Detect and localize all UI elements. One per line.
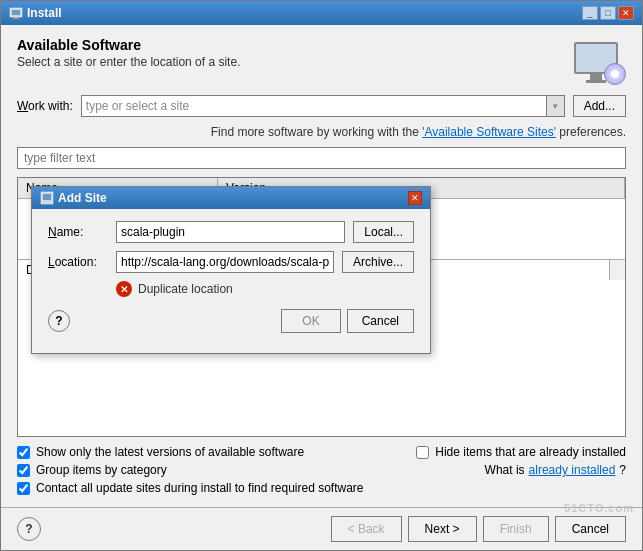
close-button[interactable]: ✕	[618, 6, 634, 20]
show-latest-checkbox[interactable]	[17, 446, 30, 459]
maximize-button[interactable]: □	[600, 6, 616, 20]
finish-button[interactable]: Finish	[483, 516, 549, 542]
help-button[interactable]: ?	[17, 517, 41, 541]
dialog-help-button[interactable]: ?	[48, 310, 70, 332]
available-software-sites-link[interactable]: 'Available Software Sites'	[422, 125, 556, 139]
group-items-checkbox[interactable]	[17, 464, 30, 477]
minimize-button[interactable]: _	[582, 6, 598, 20]
hide-installed-label: Hide items that are already installed	[435, 445, 626, 459]
window-title: Install	[27, 6, 62, 20]
next-button[interactable]: Next >	[408, 516, 477, 542]
dialog-title-text: Add Site	[58, 191, 107, 205]
already-installed-suffix: ?	[619, 463, 626, 477]
contact-update-label: Contact all update sites during install …	[36, 481, 364, 495]
work-with-label: Work with:	[17, 99, 73, 113]
cancel-button[interactable]: Cancel	[555, 516, 626, 542]
site-dropdown-value: type or select a site	[86, 99, 189, 113]
dialog-name-label: Name:	[48, 225, 108, 239]
local-button[interactable]: Local...	[353, 221, 414, 243]
page-title: Available Software	[17, 37, 240, 53]
dialog-name-input[interactable]	[116, 221, 345, 243]
what-installed-text: What is	[485, 463, 525, 477]
site-dropdown[interactable]: type or select a site ▼	[81, 95, 565, 117]
dialog-ok-button[interactable]: OK	[281, 309, 340, 333]
dialog-icon	[40, 191, 54, 205]
svg-rect-4	[43, 194, 51, 200]
hide-installed-checkbox[interactable]	[416, 446, 429, 459]
group-items-label: Group items by category	[36, 463, 167, 477]
error-row: ✕ Duplicate location	[48, 281, 414, 297]
contact-update-checkbox[interactable]	[17, 482, 30, 495]
bottom-bar: ? < Back Next > Finish Cancel	[1, 507, 642, 550]
dropdown-arrow-icon[interactable]: ▼	[546, 96, 564, 116]
install-icon	[9, 6, 23, 20]
dialog-cancel-button[interactable]: Cancel	[347, 309, 414, 333]
page-subtitle: Select a site or enter the location of a…	[17, 55, 240, 69]
filter-input[interactable]	[17, 147, 626, 169]
dialog-location-label: Location:	[48, 255, 108, 269]
dialog-title-bar: Add Site ✕	[32, 187, 430, 209]
header-icon	[566, 37, 626, 87]
find-more-text: Find more software by working with the '…	[17, 125, 626, 139]
add-site-dialog: Add Site ✕ Name: Local... Location: Arch…	[31, 186, 431, 354]
dialog-close-button[interactable]: ✕	[408, 191, 422, 205]
error-text: Duplicate location	[138, 282, 233, 296]
table-scrollbar[interactable]	[609, 260, 625, 280]
add-button[interactable]: Add...	[573, 95, 626, 117]
svg-rect-2	[13, 17, 19, 19]
already-installed-link[interactable]: already installed	[529, 463, 616, 477]
dialog-location-input[interactable]	[116, 251, 334, 273]
show-latest-label: Show only the latest versions of availab…	[36, 445, 304, 459]
archive-button[interactable]: Archive...	[342, 251, 414, 273]
title-bar: Install _ □ ✕	[1, 1, 642, 25]
error-icon: ✕	[116, 281, 132, 297]
svg-rect-1	[12, 10, 20, 15]
back-button[interactable]: < Back	[331, 516, 402, 542]
